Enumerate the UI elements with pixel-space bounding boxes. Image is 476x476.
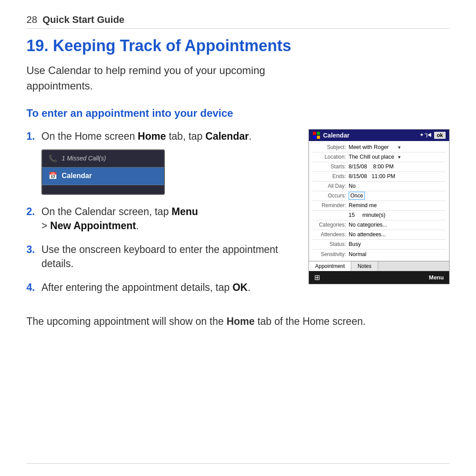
section-title: 19. Keeping Track of Appointments [26,37,450,55]
calendar-icon: 📅 [48,171,57,181]
cal-categories-label: Categories: [312,222,349,228]
cal-ends-row: Ends: 8/15/08 11:00 PM [312,172,446,182]
cal-attendees-label: Attendees: [312,231,349,238]
windows-flag-svg [313,132,320,139]
svg-rect-3 [317,136,320,139]
cal-status-label: Status: [312,241,349,247]
phone-icon: 📞 [48,154,57,164]
cal-reminder-row: Reminder: Remind me [312,201,446,211]
cal-location-label: Location: [312,154,349,160]
cal-minutes-value[interactable]: 15 minute(s) [349,212,446,218]
cal-location-value[interactable]: The Chill out place ▼ [349,154,446,160]
missed-calls-item: 📞 1 Missed Call(s) [42,150,164,167]
cal-subject-value[interactable]: Meet with Roger ▼ [349,144,446,150]
svg-rect-1 [317,132,320,135]
cal-allday-label: All Day: [312,183,349,189]
cal-occurs-input[interactable]: Once [349,192,365,200]
calendar-item[interactable]: 📅 Calendar [42,167,164,185]
cal-subject-row: Subject: Meet with Roger ▼ [312,143,446,152]
steps-column: 1. On the Home screen Home tab, tap Cale… [26,129,291,305]
step-3: 3. Use the onscreen keyboard to enter th… [26,242,291,271]
cal-app-title: Calendar [323,132,420,139]
cal-starts-value[interactable]: 8/15/08 8:00 PM [349,164,446,170]
cal-ok-button[interactable]: ok [434,132,446,139]
cal-tab-notes[interactable]: Notes [351,261,378,271]
location-dropdown-icon[interactable]: ▼ [397,155,446,160]
guide-title: Quick Start Guide [42,14,124,26]
cal-status-value[interactable]: Busy [349,241,446,247]
step-1: 1. On the Home screen Home tab, tap Cale… [26,129,291,195]
cal-location-row: Location: The Chill out place ▼ [312,152,446,162]
conclusion-text: The upcoming appointment will show on th… [26,314,423,329]
svg-rect-0 [313,132,316,135]
step-3-number: 3. [26,242,39,257]
cal-tabs: Appointment Notes [309,261,449,271]
cal-reminder-value[interactable]: Remind me [349,202,446,208]
cal-subject-label: Subject: [312,144,349,150]
step-2-text: On the Calendar screen, tap Menu> New Ap… [41,205,291,233]
top-bar: 28 Quick Start Guide [26,14,450,29]
cal-attendees-row: Attendees: No attendees... [312,230,446,240]
content-area: 1. On the Home screen Home tab, tap Cale… [26,129,450,305]
windows-mobile-icon [312,131,320,139]
missed-calls-label: 1 Missed Call(s) [62,154,106,163]
cal-sensitivity-row: Sensitivity: Normal [312,249,446,259]
calendar-label: Calendar [62,171,92,181]
cal-reminder-label: Reminder: [312,202,349,208]
network-icon: ᷾|◀ [426,132,431,138]
calendar-screenshot: Calendar ✦ ᷾|◀ ok Subject: Meet with Rog… [309,129,450,284]
home-screen-screenshot: 📞 1 Missed Call(s) 📅 Calendar [41,149,165,195]
step-1-text: On the Home screen Home tab, tap Calenda… [41,129,291,195]
step-3-text: Use the onscreen keyboard to enter the a… [41,242,291,271]
cal-ends-value[interactable]: 8/15/08 11:00 PM [349,173,446,179]
cal-status-icons: ✦ ᷾|◀ ok [420,132,446,139]
cal-sensitivity-label: Sensitivity: [312,251,349,257]
cal-titlebar: Calendar ✦ ᷾|◀ ok [309,130,449,141]
section-title-text: Keeping Track of Appointments [53,37,291,55]
cal-allday-row: All Day: No [312,182,446,191]
cal-body: Subject: Meet with Roger ▼ Location: The… [309,141,449,261]
cal-occurs-row: Occurs: Once [312,191,446,201]
svg-rect-2 [313,136,316,139]
step-2: 2. On the Calendar screen, tap Menu> New… [26,205,291,233]
cal-bottom-bar: ⊞ Menu [309,271,449,284]
signal-icon: ✦ [420,132,424,138]
cal-categories-value[interactable]: No categories... [349,222,446,228]
grid-icon[interactable]: ⊞ [314,273,320,282]
cal-ends-label: Ends: [312,173,349,179]
intro-text: Use Calendar to help remind you of your … [26,63,300,94]
cal-occurs-label: Occurs: [312,193,349,199]
subsection-title: To enter an appointment into your device [26,107,450,119]
cal-allday-value[interactable]: No [349,183,446,189]
step-4-text: After entering the appointment details, … [41,280,291,294]
cal-status-row: Status: Busy [312,240,446,249]
cal-starts-label: Starts: [312,164,349,170]
step-4-number: 4. [26,280,39,294]
subject-dropdown-icon[interactable]: ▼ [397,145,446,150]
cal-categories-row: Categories: No categories... [312,220,446,230]
cal-tab-appointment[interactable]: Appointment [309,261,351,271]
step-4: 4. After entering the appointment detail… [26,280,291,294]
cal-minutes-row: 15 minute(s) [312,211,446,220]
page: 28 Quick Start Guide 19. Keeping Track o… [0,0,476,476]
cal-starts-row: Starts: 8/15/08 8:00 PM [312,162,446,172]
page-number: 28 [26,14,37,26]
step-1-number: 1. [26,129,39,143]
menu-label[interactable]: Menu [429,274,444,281]
bottom-rule [26,463,450,464]
step-2-number: 2. [26,205,39,219]
section-number: 19. [26,37,48,55]
cal-attendees-value[interactable]: No attendees... [349,231,446,238]
cal-sensitivity-value[interactable]: Normal [349,251,446,257]
